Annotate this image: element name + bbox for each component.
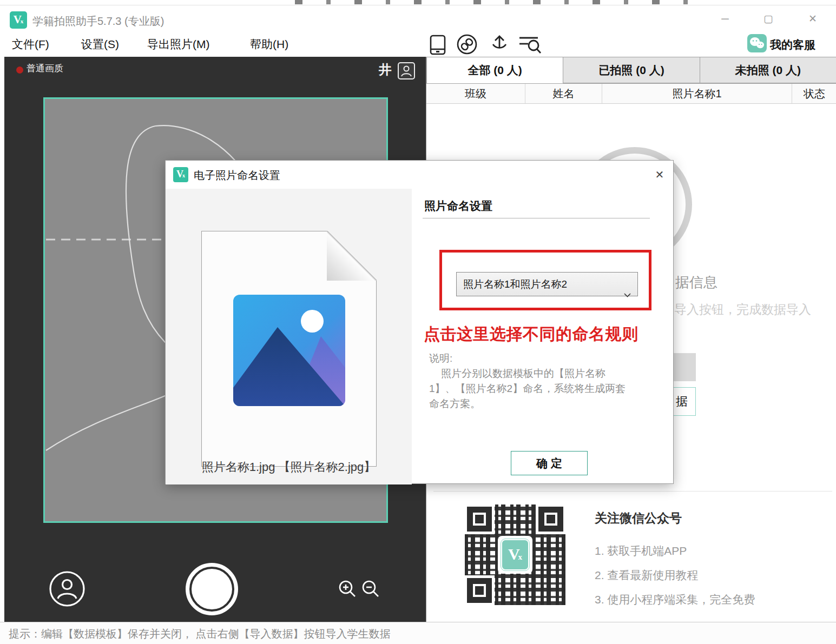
table-header: 班级 姓名 照片名称1 状态: [426, 84, 836, 104]
zoom-in-icon[interactable]: [337, 579, 358, 601]
section-underline: [423, 218, 650, 218]
profile-button[interactable]: [49, 570, 85, 609]
wechat-qr-code: Vx: [465, 504, 565, 605]
image-thumbnail-icon: [233, 295, 345, 406]
dialog-close-icon[interactable]: ✕: [651, 167, 668, 183]
upload-icon[interactable]: [489, 34, 510, 55]
menu-help[interactable]: 帮助(H): [250, 37, 288, 52]
link-icon[interactable]: [456, 34, 478, 55]
qr-finder-icon: [538, 507, 563, 532]
file-page-icon: [201, 231, 377, 467]
mobile-device-icon[interactable]: [428, 35, 447, 55]
page-fold-corner: [327, 231, 377, 281]
naming-note: 说明: 照片分别以数据模板中的【照片名称 1】、【照片名称2】命名，系统将生成两…: [429, 351, 656, 411]
recording-dot-icon: [16, 67, 23, 74]
empty-state-hint-fragment: 导入按钮，完成数据导入: [674, 301, 811, 318]
close-button[interactable]: ✕: [802, 11, 824, 27]
qr-finder-icon: [467, 507, 492, 532]
portrait-guide-button[interactable]: [398, 62, 415, 79]
tab-bar: 全部 (0 人) 已拍照 (0 人) 未拍照 (0 人): [426, 57, 836, 84]
naming-rule-select[interactable]: 照片名称1和照片名称2: [456, 272, 638, 296]
maximize-button[interactable]: ▢: [758, 11, 779, 27]
promo-divider: [433, 491, 832, 492]
col-name: 姓名: [525, 84, 602, 103]
tutorial-annotation: 点击这里选择不同的命名规则: [424, 323, 638, 346]
dialog-preview-pane: [166, 189, 412, 484]
chevron-down-icon: [624, 282, 631, 306]
tab-photographed[interactable]: 已拍照 (0 人): [563, 57, 700, 83]
promo-heading: 关注微信公众号: [595, 510, 682, 527]
dialog-title-bar: Vx 电子照片命名设置 ✕: [166, 161, 673, 189]
window-title: 学籍拍照助手5.7.3 (专业版): [32, 14, 164, 29]
zoom-out-icon[interactable]: [360, 579, 381, 601]
wechat-icon: [747, 34, 767, 55]
search-list-icon[interactable]: [518, 36, 542, 55]
note-line: 说明:: [429, 351, 656, 366]
tab-all[interactable]: 全部 (0 人): [426, 57, 563, 83]
dialog-app-icon: Vx: [173, 167, 188, 182]
shutter-inner: [192, 569, 232, 609]
background-cropped-glyphs: [295, 0, 712, 4]
promo-item-1: 1. 获取手机端APP: [595, 543, 687, 559]
confirm-button[interactable]: 确 定: [511, 451, 588, 475]
qr-finder-icon: [467, 578, 492, 603]
promo-item-2: 2. 查看最新使用教程: [595, 568, 698, 583]
note-line: 照片分别以数据模板中的【照片名称: [429, 366, 656, 381]
qr-center-logo: Vx: [498, 536, 532, 574]
app-logo-icon: Vx: [10, 11, 27, 29]
minimize-button[interactable]: ─: [714, 11, 736, 27]
col-class: 班级: [426, 84, 525, 103]
col-status: 状态: [792, 84, 836, 103]
note-line: 命名方案。: [429, 396, 656, 411]
col-photo-name1: 照片名称1: [602, 84, 792, 103]
shutter-button[interactable]: [186, 563, 238, 615]
note-line: 1】、【照片名称2】命名，系统将生成两套: [429, 381, 656, 396]
dialog-title: 电子照片命名设置: [194, 168, 280, 183]
promo-item-3: 3. 使用小程序端采集，完全免费: [595, 592, 755, 607]
customer-service[interactable]: 我的客服: [747, 34, 834, 54]
status-text: 提示：编辑【数据模板】保存并关闭， 点击右侧【导入数据】按钮导入学生数据: [9, 627, 391, 641]
photo-naming-dialog: Vx 电子照片命名设置 ✕: [165, 160, 674, 484]
naming-rule-value: 照片名称1和照片名称2: [463, 278, 567, 290]
empty-state-heading-fragment: 据信息: [675, 273, 717, 292]
status-bar: 提示：编辑【数据模板】保存并关闭， 点击右侧【导入数据】按钮导入学生数据: [0, 622, 836, 644]
menu-file[interactable]: 文件(F): [12, 37, 49, 52]
customer-service-label: 我的客服: [770, 37, 815, 52]
filename-preview: 照片名称1.jpg 【照片名称2.jpg】: [166, 459, 412, 475]
menu-export-photos[interactable]: 导出照片(M): [147, 37, 209, 52]
menu-bar: 文件(F) 设置(S) 导出照片(M) 帮助(H): [0, 32, 836, 57]
naming-section-heading: 照片命名设置: [424, 198, 492, 214]
grid-toggle-icon[interactable]: 井: [379, 61, 392, 78]
app-window: Vx 学籍拍照助手5.7.3 (专业版) ─ ▢ ✕ 文件(F) 设置(S) 导…: [0, 0, 836, 644]
quality-label: 普通画质: [27, 62, 63, 75]
title-bar: Vx 学籍拍照助手5.7.3 (专业版) ─ ▢ ✕: [0, 5, 836, 32]
tab-not-photographed[interactable]: 未拍照 (0 人): [700, 57, 836, 83]
menu-settings[interactable]: 设置(S): [81, 37, 119, 52]
